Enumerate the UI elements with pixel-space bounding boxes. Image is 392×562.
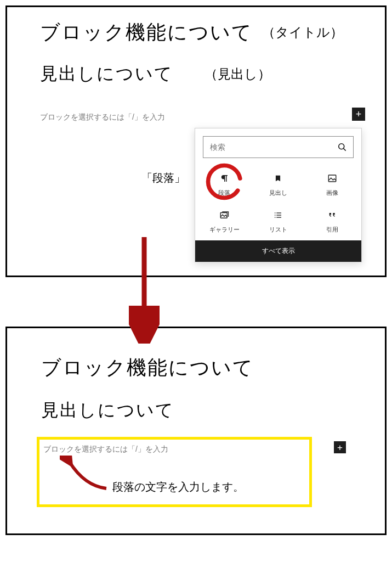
block-item-paragraph[interactable]: 段落	[197, 166, 251, 203]
svg-rect-2	[328, 175, 336, 182]
annotation-caption: 段落の文字を入力します。	[112, 480, 244, 494]
block-item-label: ギャラリー	[209, 226, 240, 234]
block-inserter-popup: 段落 見出し	[195, 128, 362, 262]
block-item-label: リスト	[269, 226, 287, 234]
add-block-button[interactable]: +	[334, 441, 346, 453]
gallery-icon	[219, 210, 230, 220]
panel-step-1: ブロック機能について （タイトル） 見出しについて （見出し） ブロックを選択す…	[5, 5, 387, 277]
image-icon	[327, 173, 338, 183]
block-item-quote[interactable]: 引用	[305, 203, 359, 239]
post-title[interactable]: ブロック機能について	[41, 355, 254, 381]
block-placeholder-text[interactable]: ブロックを選択するには「/」を入力	[43, 445, 168, 454]
block-grid: 段落 見出し	[195, 161, 361, 240]
show-all-button[interactable]: すべて表示	[195, 240, 361, 262]
post-heading[interactable]: 見出しについて	[40, 62, 173, 86]
annotation-paragraph-label: 「段落」	[141, 171, 185, 186]
panel-step-2: ブロック機能について 見出しについて ブロックを選択するには「/」を入力 + 段…	[5, 327, 387, 535]
block-item-label: 引用	[326, 226, 338, 234]
block-item-label: 画像	[326, 189, 338, 197]
search-icon	[337, 142, 348, 153]
block-item-gallery[interactable]: ギャラリー	[197, 203, 251, 239]
annotation-heading-label: （見出し）	[204, 65, 271, 83]
block-search-input[interactable]	[209, 142, 337, 152]
block-item-image[interactable]: 画像	[305, 166, 359, 203]
svg-line-1	[344, 149, 346, 151]
block-item-heading[interactable]: 見出し	[251, 166, 305, 203]
list-icon	[272, 211, 283, 220]
add-block-button[interactable]: +	[352, 108, 365, 121]
paragraph-icon	[219, 173, 229, 183]
block-search-field[interactable]	[203, 136, 354, 158]
block-item-label: 見出し	[269, 189, 287, 197]
annotation-title-label: （タイトル）	[262, 24, 343, 41]
block-placeholder-text[interactable]: ブロックを選択するには「/」を入力	[40, 113, 165, 122]
svg-point-0	[339, 144, 344, 149]
block-item-list[interactable]: リスト	[251, 203, 305, 239]
quote-icon	[327, 211, 338, 220]
post-title[interactable]: ブロック機能について	[40, 19, 253, 46]
bookmark-icon	[274, 173, 282, 183]
post-heading[interactable]: 見出しについて	[41, 398, 174, 423]
plus-icon: +	[356, 109, 362, 119]
block-item-label: 段落	[218, 189, 230, 197]
plus-icon: +	[337, 443, 343, 452]
